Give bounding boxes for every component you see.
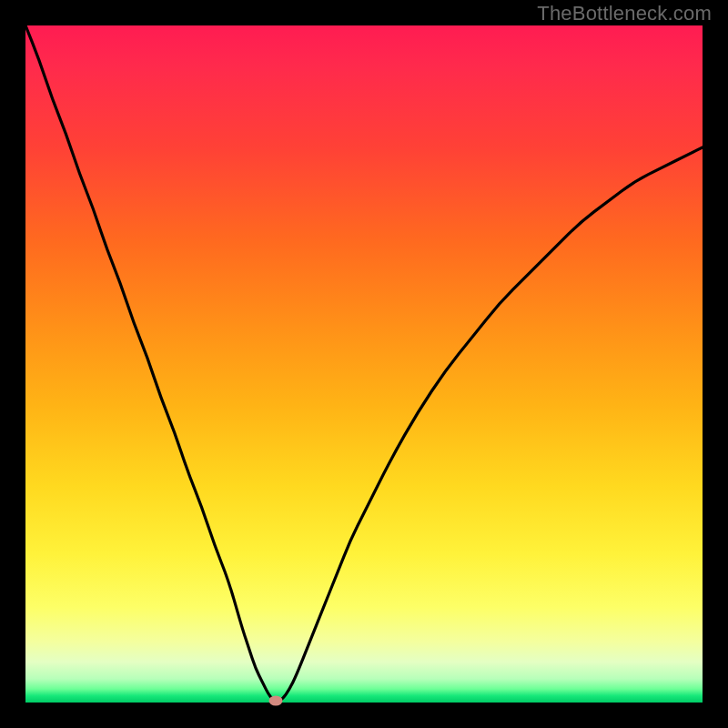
optimum-marker <box>269 696 283 706</box>
bottleneck-curve <box>25 25 703 703</box>
chart-frame: TheBottleneck.com <box>0 0 728 728</box>
curve-path <box>25 25 703 702</box>
watermark-text: TheBottleneck.com <box>537 2 712 25</box>
